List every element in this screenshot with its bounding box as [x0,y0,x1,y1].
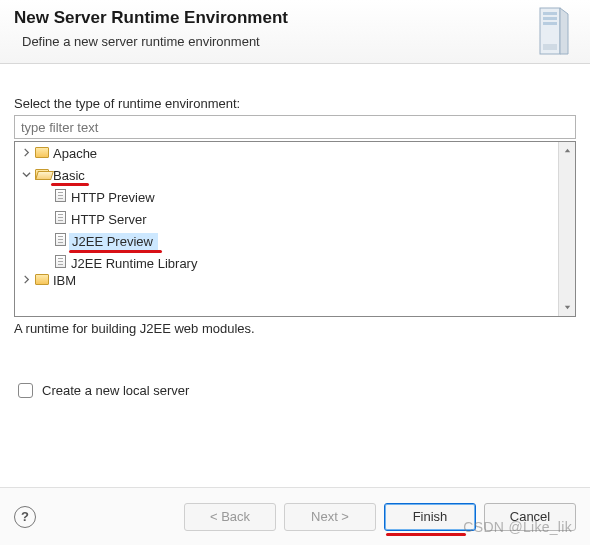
chevron-down-icon[interactable] [19,169,33,181]
tree-item-label: J2EE Runtime Library [69,256,197,271]
runtime-tree[interactable]: Apache Basic HTTP Preview HTTP Server J2… [14,141,576,317]
footer-region: ? < Back Next > Finish Cancel [0,487,590,545]
file-icon [51,211,69,227]
tree-item-label: J2EE Preview [69,233,158,250]
filter-input[interactable] [14,115,576,139]
tree-item-label: Apache [51,146,97,161]
scroll-up-icon[interactable] [559,142,575,159]
help-icon[interactable]: ? [14,506,36,528]
scrollbar[interactable] [558,142,575,316]
create-local-server-row: Create a new local server [14,380,576,401]
create-local-server-checkbox[interactable] [18,383,33,398]
file-icon [51,233,69,249]
tree-item-http-preview[interactable]: HTTP Preview [15,186,575,208]
tree-item-http-server[interactable]: HTTP Server [15,208,575,230]
prompt-label: Select the type of runtime environment: [14,96,576,111]
chevron-right-icon[interactable] [19,274,33,286]
folder-icon [33,274,51,286]
tree-item-label: Basic [51,168,85,183]
folder-open-icon [33,168,51,183]
folder-icon [33,146,51,161]
tree-item-j2ee-preview[interactable]: J2EE Preview [15,230,575,252]
finish-button[interactable]: Finish [384,503,476,531]
next-button[interactable]: Next > [284,503,376,531]
body-region: Select the type of runtime environment: … [0,64,590,401]
svg-rect-3 [543,22,557,25]
server-icon [534,4,576,58]
tree-item-partial[interactable]: IBM [15,274,575,286]
tree-item-label: HTTP Preview [69,190,155,205]
file-icon [51,255,69,271]
svg-rect-1 [543,12,557,15]
create-local-server-label: Create a new local server [42,383,189,398]
page-subtitle: Define a new server runtime environment [22,34,576,49]
tree-item-label: IBM [51,274,76,286]
tree-item-j2ee-runtime-library[interactable]: J2EE Runtime Library [15,252,575,274]
back-button[interactable]: < Back [184,503,276,531]
chevron-right-icon[interactable] [19,147,33,159]
header-region: New Server Runtime Environment Define a … [0,0,590,64]
cancel-button[interactable]: Cancel [484,503,576,531]
tree-item-basic[interactable]: Basic [15,164,575,186]
tree-item-label: HTTP Server [69,212,147,227]
page-title: New Server Runtime Environment [14,8,576,28]
svg-rect-4 [543,44,557,50]
scroll-down-icon[interactable] [559,299,575,316]
tree-item-apache[interactable]: Apache [15,142,575,164]
svg-rect-2 [543,17,557,20]
description-label: A runtime for building J2EE web modules. [14,321,576,336]
file-icon [51,189,69,205]
